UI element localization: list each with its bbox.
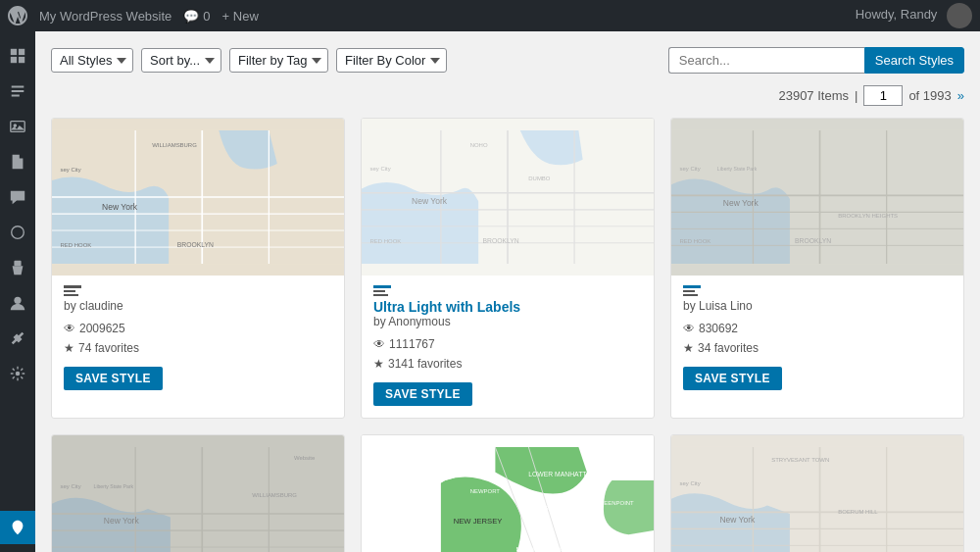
pagination-row: 23907 Items | of 1993 »	[51, 85, 964, 106]
svg-text:BROOKLYN: BROOKLYN	[177, 241, 214, 248]
svg-text:New York: New York	[102, 202, 138, 212]
adminbar-site-name[interactable]: My WordPress Website	[39, 9, 172, 24]
svg-text:RED HOOK: RED HOOK	[370, 238, 402, 244]
svg-text:RED HOOK: RED HOOK	[680, 238, 711, 244]
style-card-2: New York sey City NOHO BROOKLYN DUMBO RE…	[361, 118, 655, 419]
sidebar-icon-tools[interactable]	[0, 322, 35, 355]
svg-text:RED HOOK: RED HOOK	[61, 242, 92, 248]
svg-text:BROOKLYN: BROOKLYN	[795, 237, 831, 244]
card-header-icons-2	[373, 285, 642, 297]
svg-point-9	[16, 372, 21, 376]
search-wrapper: Search Styles	[668, 47, 964, 74]
svg-text:DUMBO: DUMBO	[528, 176, 551, 181]
eye-icon-2: 👁	[373, 334, 385, 354]
card-author-1: by claudine	[64, 299, 332, 313]
next-page-nav[interactable]: »	[957, 88, 964, 103]
svg-rect-57	[683, 285, 701, 288]
sidebar-icon-dashboard[interactable]	[0, 39, 35, 73]
sidebar-icon-mappress[interactable]	[0, 511, 35, 544]
svg-text:NOHO: NOHO	[470, 142, 488, 148]
card-header-icons-1	[64, 285, 332, 297]
sidebar-icon-comments[interactable]	[0, 180, 35, 214]
toolbar: All Styles Sort by... Filter by Tag Filt…	[51, 47, 964, 74]
card-stats-2: 👁 1111767 ★ 3141 favorites	[373, 334, 642, 375]
search-input[interactable]	[668, 47, 864, 74]
card-info-3: by Luisa Lino 👁 830692 ★ 34 favorites SA…	[671, 276, 963, 402]
svg-text:BROOKLYN: BROOKLYN	[482, 237, 518, 244]
card-info-2: Ultra Light with Labels by Anonymous 👁 1…	[362, 276, 654, 418]
svg-rect-58	[683, 290, 695, 292]
adminbar-greeting: Howdy, Randy	[856, 3, 972, 28]
svg-rect-24	[64, 290, 75, 292]
save-style-button-3[interactable]: SAVE STYLE	[683, 367, 782, 390]
map-thumbnail-6: New York sey City STRYVESANT TOWN BROOKL…	[671, 435, 963, 552]
card-info-1: by claudine 👁 2009625 ★ 74 favorites SAV…	[52, 276, 344, 402]
svg-point-6	[12, 226, 24, 239]
svg-rect-42	[373, 294, 388, 296]
svg-rect-23	[64, 285, 81, 288]
card-header-icons-3	[683, 285, 952, 297]
star-icon-3: ★	[683, 338, 694, 358]
search-button[interactable]: Search Styles	[864, 47, 964, 74]
sidebar-icon-media[interactable]	[0, 110, 35, 143]
save-style-button-1[interactable]: SAVE STYLE	[64, 367, 163, 390]
svg-rect-41	[373, 290, 385, 292]
sidebar	[0, 31, 35, 552]
svg-text:GREENPOINT: GREENPOINT	[595, 500, 634, 506]
style-card-6: New York sey City STRYVESANT TOWN BROOKL…	[670, 434, 964, 552]
filter-color-select[interactable]: Filter By Color	[336, 48, 447, 73]
svg-text:Liberty State Park: Liberty State Park	[94, 483, 134, 489]
svg-text:NEW JERSEY: NEW JERSEY	[454, 517, 503, 526]
svg-text:STRYVESANT TOWN: STRYVESANT TOWN	[771, 457, 829, 463]
style-type-icon-1	[64, 285, 81, 297]
eye-icon-3: 👁	[683, 319, 695, 338]
filter-tag-select[interactable]: Filter by Tag	[229, 48, 328, 73]
svg-text:Website: Website	[294, 454, 316, 460]
svg-text:New York: New York	[719, 514, 756, 524]
svg-rect-1	[19, 49, 24, 55]
card-author-3: by Luisa Lino	[683, 299, 952, 313]
main-content: All Styles Sort by... Filter by Tag Filt…	[35, 31, 980, 552]
svg-text:New York: New York	[723, 198, 760, 208]
search-area: Search Styles	[668, 47, 964, 74]
svg-text:Liberty State Park: Liberty State Park	[717, 166, 758, 172]
star-icon-2: ★	[373, 354, 384, 374]
eye-icon-1: 👁	[64, 319, 75, 338]
card-title-2[interactable]: Ultra Light with Labels	[373, 299, 520, 315]
svg-text:sey City: sey City	[61, 167, 81, 173]
svg-text:sey City: sey City	[680, 480, 701, 486]
sidebar-icon-posts[interactable]	[0, 75, 35, 108]
map-thumbnail-1: New York sey City WILLIAMSBURG BROOKLYN …	[52, 119, 344, 276]
adminbar-comments[interactable]: 💬 0	[183, 9, 210, 24]
svg-text:New York: New York	[104, 516, 140, 526]
map-thumbnail-5: NEW JERSEY LOWER MANHATTAN WILLIAMSBURG …	[362, 435, 654, 552]
sidebar-icon-settings[interactable]	[0, 357, 35, 390]
map-thumbnail-3: New York sey City Liberty State Park BRO…	[671, 119, 963, 276]
svg-rect-7	[14, 261, 21, 266]
sidebar-icon-appearance[interactable]	[0, 216, 35, 249]
svg-text:sey City: sey City	[680, 166, 701, 172]
svg-rect-3	[19, 57, 24, 63]
total-pages: of 1993	[908, 88, 951, 103]
styles-grid: New York sey City WILLIAMSBURG BROOKLYN …	[51, 118, 964, 552]
svg-text:sey City: sey City	[61, 483, 81, 489]
svg-text:NEWPORT: NEWPORT	[470, 487, 501, 493]
style-card-1: New York sey City WILLIAMSBURG BROOKLYN …	[51, 118, 345, 419]
all-styles-select[interactable]: All Styles	[51, 48, 133, 73]
svg-text:sey City: sey City	[370, 166, 391, 172]
sidebar-icon-users[interactable]	[0, 286, 35, 320]
svg-text:WILLIAMSBURG: WILLIAMSBURG	[152, 142, 197, 148]
adminbar-new[interactable]: + New	[222, 9, 259, 24]
card-stats-1: 👁 2009625 ★ 74 favorites	[64, 319, 332, 359]
sidebar-icon-plugins[interactable]	[0, 251, 35, 284]
map-thumbnail-4: New York sey City Liberty State Park BRO…	[52, 435, 344, 552]
svg-rect-4	[11, 122, 24, 132]
page-input[interactable]	[863, 85, 903, 106]
style-card-3: New York sey City Liberty State Park BRO…	[670, 118, 964, 419]
sidebar-icon-pages[interactable]	[0, 145, 35, 178]
star-icon-1: ★	[64, 338, 74, 358]
svg-text:BOERUM HILL: BOERUM HILL	[838, 509, 878, 515]
wp-logo[interactable]	[8, 6, 27, 25]
save-style-button-2[interactable]: SAVE STYLE	[373, 382, 472, 406]
sort-by-select[interactable]: Sort by...	[141, 48, 221, 73]
